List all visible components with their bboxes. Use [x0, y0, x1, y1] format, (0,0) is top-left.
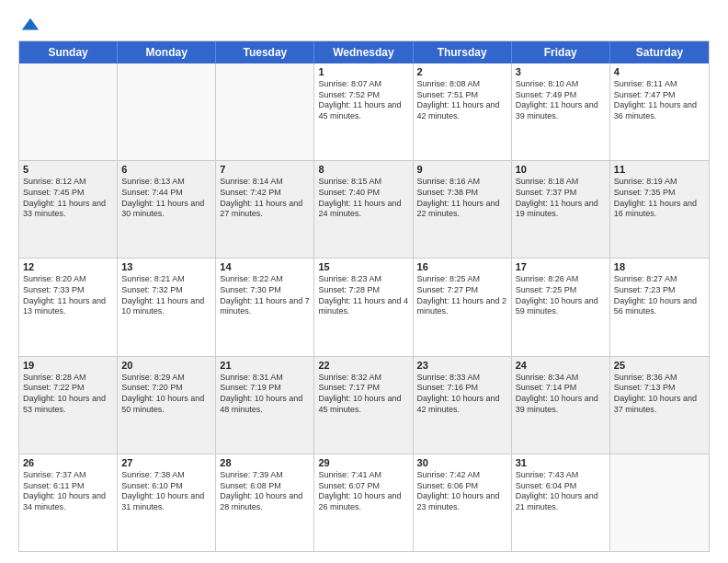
day-number: 22 [318, 360, 408, 371]
calendar-cell: 25Sunrise: 8:36 AM Sunset: 7:13 PM Dayli… [610, 357, 709, 454]
day-number: 29 [318, 457, 408, 468]
calendar-cell: 20Sunrise: 8:29 AM Sunset: 7:20 PM Dayli… [118, 357, 216, 454]
day-number: 8 [318, 164, 408, 175]
day-number: 27 [121, 457, 211, 468]
day-info: Sunrise: 8:18 AM Sunset: 7:37 PM Dayligh… [516, 177, 606, 220]
day-number: 15 [318, 261, 408, 272]
day-info: Sunrise: 8:07 AM Sunset: 7:52 PM Dayligh… [318, 79, 408, 122]
day-number: 12 [23, 261, 113, 272]
calendar-cell: 13Sunrise: 8:21 AM Sunset: 7:32 PM Dayli… [118, 259, 216, 355]
calendar-cell: 28Sunrise: 7:39 AM Sunset: 6:08 PM Dayli… [216, 454, 314, 551]
calendar-cell: 3Sunrise: 8:10 AM Sunset: 7:49 PM Daylig… [512, 63, 610, 160]
calendar-cell: 14Sunrise: 8:22 AM Sunset: 7:30 PM Dayli… [216, 259, 314, 355]
page: SundayMondayTuesdayWednesdayThursdayFrid… [0, 0, 728, 563]
day-number: 26 [23, 457, 113, 468]
day-number: 14 [220, 261, 310, 272]
svg-marker-0 [22, 18, 39, 30]
day-number: 5 [23, 164, 113, 175]
calendar-cell: 29Sunrise: 7:41 AM Sunset: 6:07 PM Dayli… [314, 454, 413, 551]
calendar-cell: 26Sunrise: 7:37 AM Sunset: 6:11 PM Dayli… [19, 454, 118, 551]
day-number: 16 [417, 261, 507, 272]
day-number: 21 [220, 360, 310, 371]
calendar-cell: 15Sunrise: 8:23 AM Sunset: 7:28 PM Dayli… [314, 259, 413, 355]
day-info: Sunrise: 7:42 AM Sunset: 6:06 PM Dayligh… [417, 470, 507, 513]
calendar-cell: 6Sunrise: 8:13 AM Sunset: 7:44 PM Daylig… [118, 161, 216, 258]
day-number: 23 [417, 360, 507, 371]
header-day-friday: Friday [512, 41, 610, 63]
logo [18, 15, 40, 31]
day-number: 31 [516, 457, 606, 468]
calendar-cell: 24Sunrise: 8:34 AM Sunset: 7:14 PM Dayli… [512, 357, 610, 454]
day-number: 3 [516, 66, 606, 77]
day-info: Sunrise: 8:33 AM Sunset: 7:16 PM Dayligh… [417, 373, 507, 416]
day-number: 6 [121, 164, 211, 175]
day-info: Sunrise: 8:15 AM Sunset: 7:40 PM Dayligh… [318, 177, 408, 220]
calendar-cell: 9Sunrise: 8:16 AM Sunset: 7:38 PM Daylig… [414, 161, 512, 258]
calendar-cell: 11Sunrise: 8:19 AM Sunset: 7:35 PM Dayli… [610, 161, 709, 258]
calendar-body: 1Sunrise: 8:07 AM Sunset: 7:52 PM Daylig… [19, 63, 709, 551]
header-day-saturday: Saturday [610, 41, 709, 63]
day-number: 10 [516, 164, 606, 175]
day-number: 11 [614, 164, 705, 175]
day-info: Sunrise: 8:31 AM Sunset: 7:19 PM Dayligh… [220, 373, 310, 416]
day-info: Sunrise: 8:25 AM Sunset: 7:27 PM Dayligh… [417, 274, 507, 317]
header-day-wednesday: Wednesday [314, 41, 413, 63]
day-info: Sunrise: 8:19 AM Sunset: 7:35 PM Dayligh… [614, 177, 705, 220]
calendar-cell: 19Sunrise: 8:28 AM Sunset: 7:22 PM Dayli… [19, 357, 118, 454]
day-info: Sunrise: 8:10 AM Sunset: 7:49 PM Dayligh… [516, 79, 606, 122]
day-info: Sunrise: 8:34 AM Sunset: 7:14 PM Dayligh… [516, 373, 606, 416]
calendar-cell [610, 454, 709, 551]
calendar-week-2: 5Sunrise: 8:12 AM Sunset: 7:45 PM Daylig… [19, 160, 709, 258]
day-number: 19 [23, 360, 113, 371]
day-info: Sunrise: 8:20 AM Sunset: 7:33 PM Dayligh… [23, 274, 113, 317]
day-info: Sunrise: 8:23 AM Sunset: 7:28 PM Dayligh… [318, 274, 408, 317]
day-info: Sunrise: 8:08 AM Sunset: 7:51 PM Dayligh… [417, 79, 507, 122]
day-info: Sunrise: 8:26 AM Sunset: 7:25 PM Dayligh… [516, 274, 606, 317]
calendar-cell: 12Sunrise: 8:20 AM Sunset: 7:33 PM Dayli… [19, 259, 118, 355]
calendar-cell: 23Sunrise: 8:33 AM Sunset: 7:16 PM Dayli… [414, 357, 512, 454]
day-number: 4 [614, 66, 705, 77]
logo-icon [20, 15, 40, 35]
calendar-cell: 10Sunrise: 8:18 AM Sunset: 7:37 PM Dayli… [512, 161, 610, 258]
day-info: Sunrise: 8:29 AM Sunset: 7:20 PM Dayligh… [121, 373, 211, 416]
calendar-cell: 31Sunrise: 7:43 AM Sunset: 6:04 PM Dayli… [512, 454, 610, 551]
calendar-cell: 1Sunrise: 8:07 AM Sunset: 7:52 PM Daylig… [314, 63, 413, 160]
day-info: Sunrise: 8:13 AM Sunset: 7:44 PM Dayligh… [121, 177, 211, 220]
calendar-cell: 30Sunrise: 7:42 AM Sunset: 6:06 PM Dayli… [414, 454, 512, 551]
day-number: 24 [516, 360, 606, 371]
day-number: 9 [417, 164, 507, 175]
calendar: SundayMondayTuesdayWednesdayThursdayFrid… [18, 40, 710, 552]
header-day-monday: Monday [118, 41, 216, 63]
calendar-cell: 4Sunrise: 8:11 AM Sunset: 7:47 PM Daylig… [610, 63, 709, 160]
day-number: 7 [220, 164, 310, 175]
day-info: Sunrise: 8:27 AM Sunset: 7:23 PM Dayligh… [614, 274, 705, 317]
day-number: 17 [516, 261, 606, 272]
day-info: Sunrise: 8:14 AM Sunset: 7:42 PM Dayligh… [220, 177, 310, 220]
calendar-cell: 2Sunrise: 8:08 AM Sunset: 7:51 PM Daylig… [414, 63, 512, 160]
calendar-cell: 18Sunrise: 8:27 AM Sunset: 7:23 PM Dayli… [610, 259, 709, 355]
header [18, 15, 710, 31]
calendar-week-3: 12Sunrise: 8:20 AM Sunset: 7:33 PM Dayli… [19, 258, 709, 355]
day-info: Sunrise: 8:28 AM Sunset: 7:22 PM Dayligh… [23, 373, 113, 416]
day-info: Sunrise: 8:21 AM Sunset: 7:32 PM Dayligh… [121, 274, 211, 317]
header-day-thursday: Thursday [414, 41, 512, 63]
day-number: 25 [614, 360, 705, 371]
day-info: Sunrise: 7:39 AM Sunset: 6:08 PM Dayligh… [220, 470, 310, 513]
day-info: Sunrise: 8:22 AM Sunset: 7:30 PM Dayligh… [220, 274, 310, 317]
day-number: 2 [417, 66, 507, 77]
calendar-cell: 16Sunrise: 8:25 AM Sunset: 7:27 PM Dayli… [414, 259, 512, 355]
calendar-week-4: 19Sunrise: 8:28 AM Sunset: 7:22 PM Dayli… [19, 356, 709, 454]
day-info: Sunrise: 8:11 AM Sunset: 7:47 PM Dayligh… [614, 79, 705, 122]
calendar-cell: 27Sunrise: 7:38 AM Sunset: 6:10 PM Dayli… [118, 454, 216, 551]
day-info: Sunrise: 7:37 AM Sunset: 6:11 PM Dayligh… [23, 470, 113, 513]
calendar-cell: 8Sunrise: 8:15 AM Sunset: 7:40 PM Daylig… [314, 161, 413, 258]
calendar-cell: 5Sunrise: 8:12 AM Sunset: 7:45 PM Daylig… [19, 161, 118, 258]
calendar-week-5: 26Sunrise: 7:37 AM Sunset: 6:11 PM Dayli… [19, 454, 709, 551]
calendar-week-1: 1Sunrise: 8:07 AM Sunset: 7:52 PM Daylig… [19, 63, 709, 160]
header-day-tuesday: Tuesday [216, 41, 314, 63]
calendar-cell [19, 63, 118, 160]
day-info: Sunrise: 8:16 AM Sunset: 7:38 PM Dayligh… [417, 177, 507, 220]
calendar-cell: 21Sunrise: 8:31 AM Sunset: 7:19 PM Dayli… [216, 357, 314, 454]
day-number: 30 [417, 457, 507, 468]
day-number: 20 [121, 360, 211, 371]
